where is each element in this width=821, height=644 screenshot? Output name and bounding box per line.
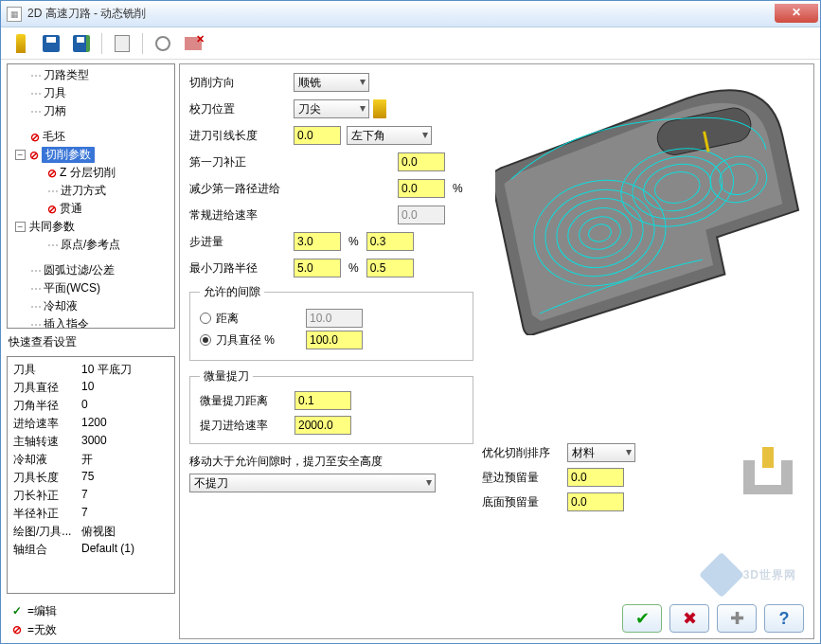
lead-length-input[interactable]: 0.0 <box>294 126 341 145</box>
pocket-icon <box>740 441 796 498</box>
tree-item[interactable]: ⋯进刀方式 <box>9 182 172 200</box>
label: 切削方向 <box>189 75 294 91</box>
close-button[interactable]: ✕ <box>775 4 818 23</box>
microlift-dist-input[interactable]: 0.1 <box>294 391 351 410</box>
normal-feed-input: 0.0 <box>398 206 445 224</box>
window-title: 2D 高速刀路 - 动态铣削 <box>27 6 775 22</box>
minrad-pct-input[interactable]: 5.0 <box>294 259 341 277</box>
app-icon: ▦ <box>7 7 22 22</box>
help-button[interactable]: ? <box>764 604 804 633</box>
tree-item[interactable]: ⋯圆弧过滤/公差 <box>9 261 172 279</box>
titlebar: ▦ 2D 高速刀路 - 动态铣削 ✕ <box>1 1 820 27</box>
toolpath-preview <box>495 70 808 335</box>
toolbar <box>1 27 820 60</box>
add-button[interactable]: ✚ <box>717 604 757 633</box>
step-val-input[interactable]: 0.3 <box>366 232 414 251</box>
microlift-fieldset: 微量提刀 微量提刀距离 0.1 提刀进给速率 2000.0 <box>189 368 473 444</box>
tree-item[interactable]: ⋯刀柄 <box>9 102 172 120</box>
collapse-icon[interactable]: − <box>15 150 26 160</box>
quickview-panel: 刀具10 平底刀 刀具直径10 刀角半径0 进给速率1200 主轴转速3000 … <box>7 356 175 594</box>
microlift-legend: 微量提刀 <box>200 368 253 385</box>
params-panel: 切削方向 顺铣 校刀位置 刀尖 进刀引线长度 0.0 左下角 <box>179 63 814 639</box>
tree-item[interactable]: ⋯冷却液 <box>9 297 172 315</box>
collapse-icon[interactable]: − <box>15 222 26 232</box>
target-button[interactable] <box>151 31 175 56</box>
calc-button[interactable] <box>110 31 134 56</box>
label: 减少第一路径进给 <box>189 181 294 197</box>
tree-item-invalid[interactable]: ⊘Z 分层切削 <box>9 164 172 182</box>
drill-icon <box>16 34 26 53</box>
calculator-icon <box>115 35 130 52</box>
check-icon: ✓ <box>12 604 22 617</box>
label: 最小刀路半径 <box>189 260 294 277</box>
gap-distance-input: 10.0 <box>306 309 363 328</box>
label: 底面预留量 <box>482 494 567 510</box>
label: 移动大于允许间隙时，提刀至安全高度 <box>189 454 473 470</box>
tip-position-select[interactable]: 刀尖 <box>294 99 369 118</box>
legend: ✓=编辑 ⊘=无效 <box>7 598 175 639</box>
svg-rect-2 <box>762 447 774 468</box>
nav-tree[interactable]: ⋯刀路类型 ⋯刀具 ⋯刀柄 ⊘毛坯 − ⊘切削参数 ⊘Z 分层切削 ⋯进刀方式 … <box>7 63 175 329</box>
label: 壁边预留量 <box>482 470 567 486</box>
tree-item-invalid[interactable]: ⊘毛坯 <box>9 128 172 146</box>
move-mode-select[interactable]: 不提刀 <box>189 474 436 492</box>
label: 距离 <box>216 311 301 327</box>
cut-direction-select[interactable]: 顺铣 <box>294 73 369 92</box>
label: 第一刀补正 <box>189 154 294 170</box>
tree-item-selected[interactable]: − ⊘切削参数 <box>9 146 172 164</box>
tree-item[interactable]: ⋯平面(WCS) <box>9 279 172 297</box>
save-arrow-icon <box>73 35 90 52</box>
tree-item[interactable]: ⋯插入指令 <box>9 315 172 329</box>
label: 常规进给速率 <box>189 207 294 224</box>
label: 微量提刀距离 <box>200 393 294 409</box>
gap-diameter-radio[interactable] <box>200 334 211 346</box>
gap-diameter-input[interactable]: 100.0 <box>306 331 363 349</box>
wall-stock-input[interactable]: 0.0 <box>567 468 624 487</box>
invalid-icon: ⊘ <box>12 623 22 636</box>
first-comp-input[interactable]: 0.0 <box>398 152 445 171</box>
gap-fieldset: 允许的间隙 距离 10.0 刀具直径 % 100.0 <box>189 284 473 361</box>
gap-distance-radio[interactable] <box>200 313 211 324</box>
delete-button[interactable] <box>181 31 205 56</box>
pct-label: % <box>453 182 463 195</box>
toolbar-sep <box>101 33 102 54</box>
quickview-title: 快速查看设置 <box>7 332 175 352</box>
target-icon <box>155 36 170 51</box>
save-button[interactable] <box>39 31 63 56</box>
tree-item[interactable]: ⋯原点/参考点 <box>9 236 172 254</box>
label: 进刀引线长度 <box>189 128 294 144</box>
optimize-select[interactable]: 材料 <box>567 443 635 462</box>
label: 校刀位置 <box>189 101 294 117</box>
microlift-feed-input[interactable]: 2000.0 <box>294 416 351 435</box>
minrad-val-input[interactable]: 0.5 <box>366 259 414 277</box>
toolbar-sep <box>142 33 143 54</box>
lead-corner-select[interactable]: 左下角 <box>347 126 432 145</box>
tree-item[interactable]: ⋯刀具 <box>9 84 172 102</box>
tool-icon <box>373 99 386 118</box>
save-icon <box>43 35 60 52</box>
save-as-button[interactable] <box>69 31 94 56</box>
cube-icon <box>699 552 744 598</box>
tool-icon-button[interactable] <box>9 31 33 56</box>
label: 刀具直径 % <box>216 332 301 349</box>
label: 优化切削排序 <box>482 445 567 461</box>
label: 步进量 <box>189 234 294 250</box>
ok-button[interactable]: ✔ <box>622 604 662 633</box>
reduce-feed-input[interactable]: 0.0 <box>398 179 445 198</box>
floor-stock-input[interactable]: 0.0 <box>567 492 624 511</box>
gap-legend: 允许的间隙 <box>200 284 264 300</box>
tree-item-invalid[interactable]: ⊘贯通 <box>9 200 172 218</box>
watermark: 3D世界网 <box>705 559 796 591</box>
delete-icon <box>185 37 202 50</box>
tree-item[interactable]: ⋯刀路类型 <box>9 66 172 84</box>
label: 提刀进给速率 <box>200 418 294 434</box>
cancel-button[interactable]: ✖ <box>669 604 709 633</box>
step-pct-input[interactable]: 3.0 <box>294 232 341 251</box>
tree-item[interactable]: − 共同参数 <box>9 218 172 236</box>
